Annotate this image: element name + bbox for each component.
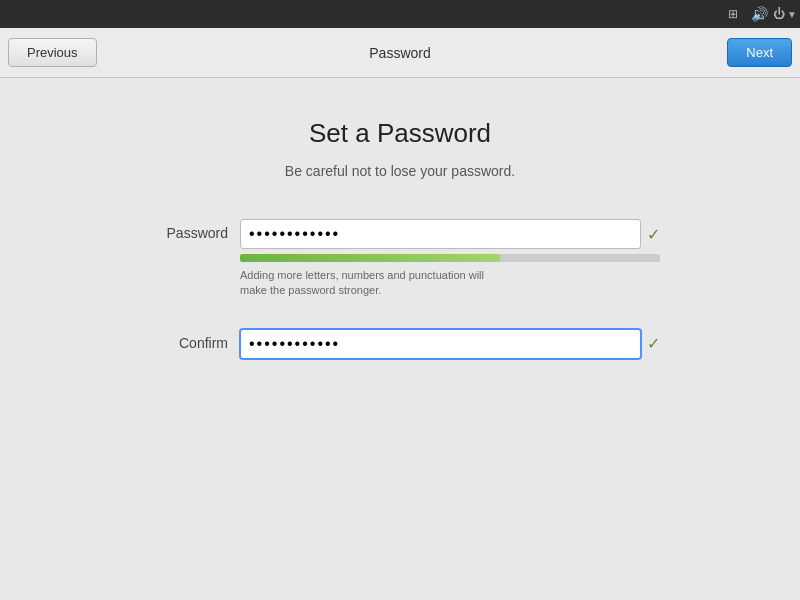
strength-bar-container [240, 254, 660, 262]
previous-button[interactable]: Previous [8, 38, 97, 67]
password-input[interactable] [240, 219, 641, 249]
strength-bar-fill [240, 254, 500, 262]
power-icon[interactable]: ⏻▼ [776, 5, 794, 23]
confirm-input-row: ✓ [240, 329, 660, 359]
password-label: Password [140, 219, 240, 241]
network-icon[interactable]: ⊞ [724, 5, 742, 23]
password-row: Password ✓ Adding more letters, numbers … [140, 219, 660, 299]
main-content: Set a Password Be careful not to lose yo… [0, 78, 800, 600]
confirm-check-icon: ✓ [647, 334, 660, 353]
chevron-down-icon: ▼ [787, 9, 797, 20]
volume-icon[interactable]: 🔊 [750, 5, 768, 23]
page-title: Password [369, 45, 430, 61]
strength-hint: Adding more letters, numbers and punctua… [240, 268, 500, 299]
confirm-field-wrapper: ✓ [240, 329, 660, 359]
system-topbar: ⊞ 🔊 ⏻▼ [0, 0, 800, 28]
main-subtitle: Be careful not to lose your password. [285, 163, 515, 179]
main-heading: Set a Password [309, 118, 491, 149]
confirm-input[interactable] [240, 329, 641, 359]
next-button[interactable]: Next [727, 38, 792, 67]
confirm-label: Confirm [140, 329, 240, 351]
password-field-wrapper: ✓ Adding more letters, numbers and punct… [240, 219, 660, 299]
password-check-icon: ✓ [647, 225, 660, 244]
password-form: Password ✓ Adding more letters, numbers … [140, 219, 660, 359]
password-input-row: ✓ [240, 219, 660, 249]
confirm-row: Confirm ✓ [140, 329, 660, 359]
navbar: Previous Password Next [0, 28, 800, 78]
